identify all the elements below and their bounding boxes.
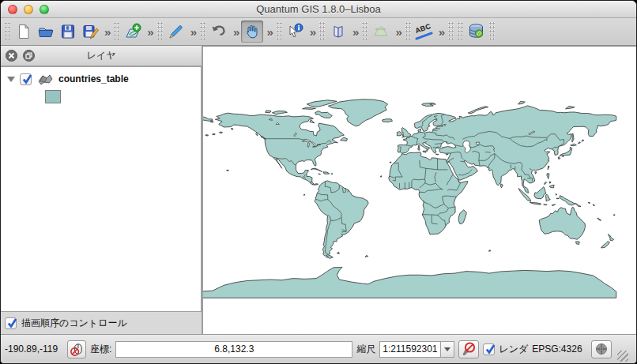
crs-status-text: EPSG:4326 [532,343,582,355]
window-title: Quantum GIS 1.8.0–Lisboa [1,3,636,15]
scale-label: 縮尺 [356,343,375,356]
scale-combobox[interactable] [379,341,454,358]
toolbar-drag-handle[interactable] [114,22,120,41]
layer-name: countries_table [58,73,129,84]
bookmark-button[interactable] [327,21,349,43]
toolbar-overflow-chevron[interactable]: » [230,25,241,39]
add-vector-layer-button[interactable] [122,21,144,43]
stop-rendering-button[interactable] [458,340,479,358]
qgis-window: Quantum GIS 1.8.0–Lisboa [0,0,637,364]
toolbar-overflow-chevron[interactable]: » [435,25,447,39]
polygon-layer-icon [36,73,54,85]
coordinate-label: 座標: [90,343,111,356]
layers-panel-header: レイヤ [1,46,202,66]
add-layer-icon [123,22,142,41]
pan-hand-icon [243,22,262,41]
toolbar-overflow-chevron[interactable]: » [101,25,112,39]
float-windows-icon [25,52,32,59]
database-import-button[interactable] [466,21,488,43]
panel-float-button[interactable] [23,50,35,62]
toolbar-overflow-chevron[interactable]: » [307,25,318,39]
save-project-button[interactable] [57,21,79,43]
render-order-label: 描画順序のコントロール [21,317,127,330]
save-as-floppy-pencil-icon [81,23,99,40]
toolbar-drag-handle[interactable] [200,22,206,41]
identify-cursor-info-icon [286,22,305,41]
main-toolbar: » » » » [1,18,636,46]
map-canvas[interactable] [203,46,636,334]
render-order-row: 描画順序のコントロール [1,312,202,334]
traffic-lights [8,5,49,14]
world-map [203,47,636,334]
check-icon [6,317,18,329]
toolbar-drag-handle[interactable] [405,22,412,41]
pan-map-button[interactable] [241,21,263,43]
toolbar-overflow-chevron[interactable]: » [263,25,274,39]
zoom-window-button[interactable] [40,5,49,14]
toggle-extent-mouse-button[interactable] [67,340,86,358]
chevron-down-icon [444,347,450,351]
extent-readout: -190.89,-119 [5,343,63,355]
render-order-checkbox[interactable] [5,317,17,329]
layers-tree: countries_table [1,66,202,312]
minimize-window-button[interactable] [24,5,33,14]
panel-close-button[interactable] [6,50,17,62]
render-label: レンダ [499,343,528,356]
coordinate-input[interactable] [115,341,352,358]
toolbar-overflow-chevron[interactable]: » [144,25,155,39]
identify-features-button[interactable] [285,21,307,43]
open-folder-icon [37,23,55,40]
main-area: レイヤ [1,46,636,334]
close-window-button[interactable] [8,5,17,14]
bookmark-book-icon [330,23,347,40]
layers-panel: レイヤ [1,46,203,334]
resize-grip[interactable] [617,351,628,362]
stop-render-icon [461,341,477,357]
abc-label-icon: ABC [414,22,435,41]
check-icon [484,343,496,355]
layer-visibility-checkbox[interactable] [20,73,32,85]
database-icon [467,22,486,41]
new-file-icon [15,23,32,40]
toggle-editing-button[interactable] [165,21,187,43]
labeling-button[interactable]: ABC [413,21,435,43]
scale-dropdown-button[interactable] [441,341,454,358]
toolbar-overflow-chevron[interactable]: » [349,25,360,39]
save-project-as-button[interactable] [79,21,101,43]
toolbar-drag-handle[interactable] [157,22,164,41]
toolbar-drag-handle[interactable] [458,22,464,41]
toolbar-drag-handle[interactable] [5,22,11,41]
toolbar-drag-handle[interactable] [362,22,368,41]
toolbar-drag-handle[interactable] [319,22,326,41]
toolbar-drag-handle[interactable] [448,22,454,41]
layer-item-countries-table[interactable]: countries_table [4,73,198,85]
render-checkbox[interactable] [483,343,495,355]
measure-faded-icon [371,22,390,41]
crs-status-button[interactable] [591,340,612,358]
mouse-icon [70,342,85,357]
titlebar: Quantum GIS 1.8.0–Lisboa [1,1,636,18]
check-icon [21,73,33,85]
toolbar-drag-handle[interactable] [277,22,283,41]
scale-input[interactable] [379,341,441,358]
toolbar-overflow-chevron[interactable]: » [187,25,198,39]
open-project-button[interactable] [35,21,57,43]
new-project-button[interactable] [13,21,35,43]
crs-globe-icon [594,342,609,356]
undo-button[interactable] [208,21,230,43]
toolbar-overflow-chevron[interactable]: » [392,25,403,39]
save-floppy-icon [59,23,77,40]
pencil-icon [167,22,186,41]
status-bar: -190.89,-119 座標: 縮尺 [1,334,636,363]
toolbar-drag-handle[interactable] [489,22,496,41]
legend-symbol-swatch [45,90,61,103]
measure-button[interactable] [370,21,392,43]
close-icon [8,52,15,59]
collapse-triangle-icon[interactable] [7,77,15,82]
undo-arrow-icon [209,22,228,41]
